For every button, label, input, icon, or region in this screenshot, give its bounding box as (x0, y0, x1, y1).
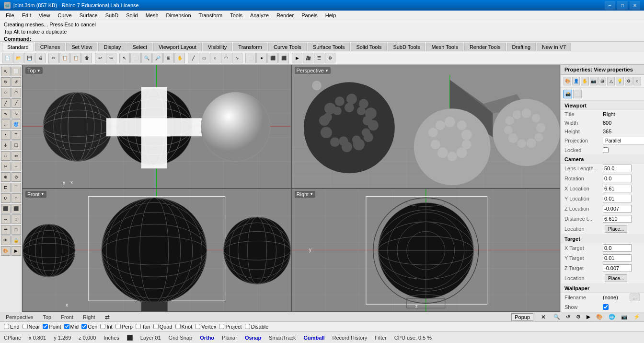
snap-checkbox-cen[interactable] (81, 324, 87, 329)
tb-cylinder[interactable]: ⬛ (278, 53, 289, 63)
rp-show-checkbox[interactable] (603, 304, 609, 310)
maximize-button[interactable]: □ (617, 1, 628, 10)
status-planar[interactable]: Planar (222, 335, 237, 341)
rp-xloc-input[interactable] (603, 185, 632, 192)
toolbar-tab-solid-tools[interactable]: Solid Tools (351, 43, 387, 51)
viewport-top[interactable]: Top ▼ (22, 65, 291, 189)
rp-rotation-input[interactable] (603, 175, 632, 182)
status-grid-snap[interactable]: Grid Snap (169, 335, 193, 341)
tb-save[interactable]: 💾 (24, 53, 34, 63)
tb-circle[interactable]: ○ (210, 53, 220, 63)
tb-box[interactable]: ⬛ (267, 53, 278, 63)
tb-line[interactable]: ╱ (188, 53, 198, 63)
lt-boolean2[interactable]: ∩ (12, 193, 21, 203)
viewport-perspective-label[interactable]: Perspective ▼ (295, 67, 331, 74)
tb-extrude[interactable]: ⬜ (245, 53, 256, 63)
menu-item-transform[interactable]: Transform (195, 12, 227, 19)
tb-print[interactable]: 🖨 (35, 53, 46, 63)
tb-undo[interactable]: ↩ (95, 53, 105, 63)
tb-rect[interactable]: ▭ (199, 53, 209, 63)
lt-extend[interactable]: → (12, 162, 21, 171)
viewport-perspective[interactable]: Perspective ▼ (291, 65, 561, 189)
viewport-top-label[interactable]: Top ▼ (25, 67, 43, 74)
viewport-right-label[interactable]: Right ▼ (295, 191, 316, 198)
lt-offset[interactable]: ⊏ (1, 183, 11, 192)
rp-icon-color[interactable]: 🎨 (564, 77, 571, 85)
lt-text[interactable]: T (12, 130, 21, 140)
snap-checkbox-disable[interactable] (245, 324, 250, 329)
lt-arc[interactable]: ◠ (12, 88, 21, 97)
tb-render[interactable]: ▶ (292, 53, 302, 63)
tb-pan[interactable]: ✋ (174, 53, 185, 63)
minimize-button[interactable]: − (605, 1, 615, 10)
rp-icon-camera2[interactable]: 📸 (564, 90, 572, 98)
viewport-front[interactable]: Front ▼ (22, 189, 291, 312)
vp-tab-right[interactable]: Right (81, 313, 97, 321)
tb-layer[interactable]: ☰ (314, 53, 324, 63)
vp-icon-4[interactable]: ▶ (586, 314, 590, 320)
lt-boolean[interactable]: ∪ (1, 193, 11, 203)
tb-delete[interactable]: 🗑 (81, 53, 92, 63)
menu-item-file[interactable]: File (2, 12, 18, 19)
tb-render2[interactable]: 🎥 (303, 53, 313, 63)
vp-tab-top[interactable]: Top (41, 313, 53, 321)
lt-point[interactable]: • (1, 130, 11, 140)
rp-icon-doc[interactable]: 💡 (616, 77, 623, 85)
menu-item-view[interactable]: View (35, 12, 54, 19)
vp-icon-5[interactable]: 🎨 (596, 314, 603, 320)
vp-icon-6[interactable]: 🌐 (609, 314, 615, 320)
vp-icon-8[interactable]: ⚡ (633, 314, 640, 320)
tb-select[interactable]: ↖ (119, 53, 130, 63)
menu-item-dimension[interactable]: Dimension (162, 12, 195, 19)
toolbar-tab-cplanes[interactable]: CPlanes (35, 43, 66, 51)
status-layer[interactable]: Layer 01 (140, 335, 161, 341)
menu-item-edit[interactable]: Edit (18, 12, 35, 19)
lt-extrude[interactable]: ⬛ (1, 204, 11, 213)
toolbar-tab-set-view[interactable]: Set View (66, 43, 97, 51)
vp-tab-perspective[interactable]: Perspective (4, 313, 35, 321)
tb-open[interactable]: 📂 (13, 53, 23, 63)
lt-hide[interactable]: 👁 (1, 236, 11, 245)
lt-render-btn[interactable]: ▶ (12, 246, 21, 256)
tb-zoom2[interactable]: 🔎 (152, 53, 163, 63)
toolbar-tab-transform[interactable]: Transform (233, 43, 267, 51)
lt-layer[interactable]: ☰ (1, 225, 11, 235)
lt-lock[interactable]: 🔒 (12, 236, 21, 245)
rp-icon-square[interactable]: ⬜ (573, 90, 582, 98)
lt-select-area[interactable]: ⬜ (12, 67, 21, 76)
lt-curve[interactable]: ∿ (1, 109, 11, 118)
snap-checkbox-int[interactable] (100, 324, 105, 329)
rp-dist-input[interactable] (603, 215, 632, 223)
rp-icon-hand[interactable]: ✋ (581, 77, 588, 85)
vp-icon-2[interactable]: ↺ (566, 314, 570, 320)
tb-paste[interactable]: 📋 (70, 53, 81, 63)
lt-circle[interactable]: ○ (1, 88, 11, 97)
tb-new[interactable]: 📄 (2, 53, 12, 63)
lt-dim[interactable]: ↔ (1, 214, 11, 224)
lt-split[interactable]: ⊘ (12, 172, 21, 182)
vp-icon-3[interactable]: ⚙ (576, 314, 581, 320)
status-smart-track[interactable]: SmartTrack (269, 335, 296, 341)
rp-ytgt-input[interactable] (603, 254, 632, 262)
snap-checkbox-quad[interactable] (153, 324, 159, 329)
menu-item-render[interactable]: Render (273, 12, 298, 19)
rp-ztgt-input[interactable] (603, 264, 632, 272)
menu-item-panels[interactable]: Panels (298, 12, 322, 19)
tb-curve[interactable]: ∿ (232, 53, 242, 63)
toolbar-tab-drafting[interactable]: Drafting (507, 43, 536, 51)
lt-freeform[interactable]: ◡ (1, 119, 11, 129)
rp-icon-circle[interactable]: ○ (633, 77, 641, 85)
toolbar-tab-standard[interactable]: Standard (2, 43, 34, 51)
menu-item-help[interactable]: Help (322, 12, 340, 19)
tb-window[interactable]: ⬜ (130, 53, 141, 63)
snap-checkbox-project[interactable] (219, 324, 224, 329)
rp-icon-grid[interactable]: ⊞ (598, 77, 606, 85)
toolbar-tab-surface-tools[interactable]: Surface Tools (308, 43, 350, 51)
snap-checkbox-vertex[interactable] (195, 324, 200, 329)
lt-rotate2[interactable]: ↺ (12, 77, 21, 87)
tb-props[interactable]: ⚙ (325, 53, 335, 63)
vp-icon-7[interactable]: 📷 (621, 314, 628, 320)
menu-item-tools[interactable]: Tools (226, 12, 246, 19)
menu-item-subd[interactable]: SubD (102, 12, 123, 19)
menu-item-analyze[interactable]: Analyze (246, 12, 273, 19)
